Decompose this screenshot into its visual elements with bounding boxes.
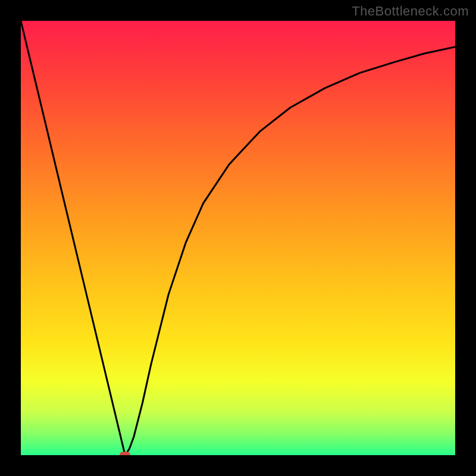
plot-svg bbox=[21, 21, 455, 455]
plot-area bbox=[21, 21, 455, 455]
chart-frame: TheBottleneck.com bbox=[0, 0, 476, 476]
gradient-background bbox=[21, 21, 455, 455]
watermark-text: TheBottleneck.com bbox=[352, 4, 469, 19]
